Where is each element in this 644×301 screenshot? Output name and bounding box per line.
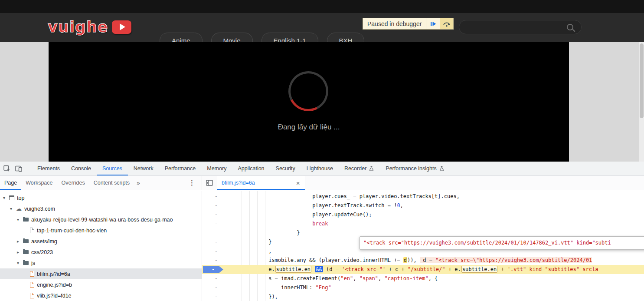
devtools: ElementsConsoleSourcesNetworkPerformance… bbox=[0, 162, 644, 301]
code-token: '<track src="' bbox=[342, 266, 386, 272]
line-gutter[interactable]: - bbox=[202, 219, 225, 228]
code-token: d = bbox=[420, 257, 435, 263]
line-gutter[interactable]: - bbox=[202, 201, 225, 210]
code-token: + bbox=[498, 266, 507, 272]
device-toolbar-icon[interactable] bbox=[13, 163, 24, 174]
tab-performance[interactable]: Performance bbox=[159, 162, 202, 175]
folder-icon bbox=[23, 261, 29, 265]
search-input[interactable] bbox=[464, 24, 567, 31]
navigator-tabbar: PageWorkspaceOverridesContent scripts » … bbox=[0, 176, 202, 190]
line-gutter[interactable]: - bbox=[202, 256, 225, 265]
tab-performance-insights[interactable]: Performance insights bbox=[380, 162, 450, 175]
play-triangle-icon bbox=[120, 23, 125, 30]
code-text: , bbox=[225, 247, 271, 256]
tree-item-top[interactable]: ▾top bbox=[0, 192, 202, 203]
tab-network[interactable]: Network bbox=[128, 162, 159, 175]
tree-item-label: tap-1-trum-cuoi-den-hoc-vien bbox=[37, 228, 107, 234]
line-gutter[interactable]: - bbox=[202, 238, 225, 247]
devtools-tabbar: ElementsConsoleSourcesNetworkPerformance… bbox=[0, 162, 644, 176]
code-token[interactable]: subtitle.en bbox=[461, 266, 497, 273]
code-token: "/subtitle/" bbox=[408, 266, 445, 272]
tab-recorder[interactable]: Recorder bbox=[339, 162, 380, 175]
more-tabs-icon[interactable]: » bbox=[134, 179, 143, 186]
navigator-tab-content-scripts[interactable]: Content scripts bbox=[89, 176, 134, 190]
tab-console[interactable]: Console bbox=[65, 162, 97, 175]
navigator-tab-overrides[interactable]: Overrides bbox=[57, 176, 89, 190]
code-token[interactable]: subtitle.en bbox=[275, 266, 311, 273]
code-text: } bbox=[225, 228, 300, 238]
line-gutter[interactable]: - bbox=[202, 228, 225, 238]
line-gutter[interactable]: - bbox=[202, 283, 225, 292]
code-token: 0 bbox=[397, 202, 400, 208]
tree-item-bfilm-js-id-6a[interactable]: bfilm.js?id=6a bbox=[0, 268, 202, 279]
line-gutter[interactable]: - bbox=[202, 247, 225, 256]
devtools-content: ▾top▾☁vuighe3.com▾akuyaku-reijou-level-9… bbox=[0, 191, 644, 301]
line-gutter[interactable]: - bbox=[202, 292, 225, 301]
code-token: (d = bbox=[323, 266, 342, 272]
devtools-panel-tabs: ElementsConsoleSourcesNetworkPerformance… bbox=[32, 162, 450, 175]
devtools-subbar: PageWorkspaceOverridesContent scripts » … bbox=[0, 176, 644, 190]
inspect-element-icon[interactable] bbox=[1, 163, 13, 174]
code-token[interactable]: d bbox=[403, 257, 407, 263]
tab-label: Memory bbox=[207, 165, 226, 172]
search-icon[interactable] bbox=[567, 24, 573, 30]
overflow-menu-icon[interactable]: ⋮ bbox=[189, 179, 196, 187]
cloud-icon: ☁ bbox=[16, 206, 22, 212]
page-scrollbar[interactable] bbox=[639, 42, 644, 162]
tree-item-vuighe3-com[interactable]: ▾☁vuighe3.com bbox=[0, 203, 202, 214]
site-logo[interactable]: vuighe bbox=[48, 18, 131, 36]
tab-sources[interactable]: Sources bbox=[97, 162, 128, 175]
code-line: - innerHTML: "Eng" bbox=[202, 283, 644, 292]
paused-banner-text: Paused in debugger bbox=[363, 18, 426, 29]
code-token: innerHTML: bbox=[281, 284, 315, 291]
close-icon[interactable]: × bbox=[296, 179, 300, 187]
line-gutter[interactable]: - bbox=[202, 210, 225, 219]
chevron-down-icon[interactable]: ▾ bbox=[16, 261, 20, 265]
chevron-right-icon[interactable]: ▸ bbox=[16, 239, 20, 244]
scrollbar-thumb[interactable] bbox=[640, 43, 644, 118]
tree-item-akuyaku-reijou-level-99-watashi-wa-ura-boss-desu-ga-mao[interactable]: ▾akuyaku-reijou-level-99-watashi-wa-ura-… bbox=[0, 214, 202, 225]
tree-item-tap-1-trum-cuoi-den-hoc-vien[interactable]: tap-1-trum-cuoi-den-hoc-vien bbox=[0, 225, 202, 236]
code-token: '.vtt" kind="subtitles" srcla bbox=[507, 266, 598, 272]
code-token: "span" bbox=[360, 275, 378, 281]
top-strip bbox=[0, 0, 644, 13]
collapse-sidebar-icon[interactable] bbox=[206, 180, 213, 186]
tree-item-label: css/2023 bbox=[31, 249, 53, 255]
line-gutter[interactable]: - bbox=[202, 274, 225, 283]
navigator-tab-page[interactable]: Page bbox=[0, 176, 21, 190]
code-token[interactable]: && bbox=[315, 266, 323, 272]
code-token: }), bbox=[268, 294, 278, 300]
chevron-right-icon[interactable]: ▸ bbox=[16, 250, 20, 255]
video-player[interactable]: Đang lấy dữ liệu ... bbox=[49, 42, 569, 162]
step-over-button[interactable] bbox=[440, 18, 453, 29]
code-text: player.cues_ = player.video.textTracks[t… bbox=[225, 192, 460, 201]
line-gutter[interactable]: - bbox=[202, 192, 225, 201]
tab-application[interactable]: Application bbox=[232, 162, 270, 175]
navigator-tab-workspace[interactable]: Workspace bbox=[21, 176, 57, 190]
tab-memory[interactable]: Memory bbox=[201, 162, 232, 175]
chevron-down-icon[interactable]: ▾ bbox=[9, 206, 13, 211]
file-tab[interactable]: bfilm.js?id=6a × bbox=[217, 176, 305, 190]
chevron-down-icon[interactable]: ▾ bbox=[2, 195, 7, 200]
js-file-icon bbox=[30, 293, 34, 298]
code-token: player.updateCue(); bbox=[312, 212, 372, 218]
chevron-down-icon[interactable]: ▾ bbox=[16, 217, 20, 222]
tab-security[interactable]: Security bbox=[270, 162, 301, 175]
tab-lighthouse[interactable]: Lighthouse bbox=[301, 162, 339, 175]
tab-elements[interactable]: Elements bbox=[32, 162, 65, 175]
resume-script-button[interactable] bbox=[426, 18, 440, 29]
tab-label: Sources bbox=[102, 165, 122, 172]
tree-item-js[interactable]: ▾js bbox=[0, 258, 202, 268]
tree-item-css-2023[interactable]: ▸css/2023 bbox=[0, 247, 202, 258]
tree-item-assets-img[interactable]: ▸assets/img bbox=[0, 236, 202, 247]
tree-item-vlib-js-id-fd1e[interactable]: vlib.js?id=fd1e bbox=[0, 290, 202, 301]
toolbar-divider bbox=[28, 165, 28, 172]
search-bar[interactable] bbox=[459, 20, 582, 34]
folder-icon bbox=[23, 239, 29, 243]
code-token: , bbox=[353, 275, 359, 281]
paused-in-debugger-banner: Paused in debugger bbox=[363, 18, 454, 30]
code-token: + c + bbox=[386, 266, 408, 272]
code-token: } bbox=[297, 230, 300, 236]
tree-item-engine-js-id-b[interactable]: engine.js?id=b bbox=[0, 279, 202, 290]
code-token: , bbox=[268, 248, 271, 254]
